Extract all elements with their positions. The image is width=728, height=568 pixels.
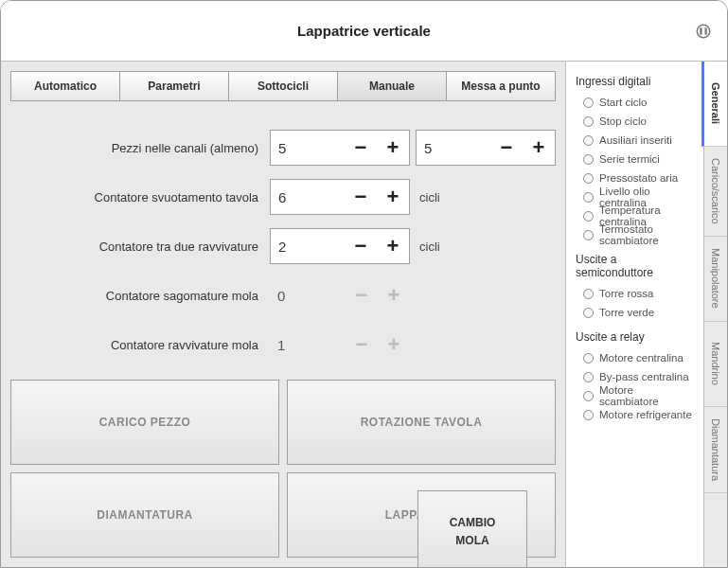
stepper-pezzi-canali-2: − + bbox=[416, 130, 556, 166]
stepper-pezzi-canali-1: − + bbox=[270, 130, 410, 166]
input-ravvivature[interactable] bbox=[271, 229, 326, 263]
io-item[interactable]: Torre rossa bbox=[583, 285, 696, 302]
param-row-ravvivature-mola: Contatore ravvivature mola − + bbox=[10, 327, 556, 363]
led-icon bbox=[583, 135, 594, 146]
io-item[interactable]: Motore refrigerante bbox=[583, 406, 696, 423]
io-group-title: Uscite a semiconduttore bbox=[576, 253, 696, 279]
plus-button[interactable]: + bbox=[377, 229, 409, 263]
io-item[interactable]: Stop ciclo bbox=[583, 113, 696, 130]
io-item[interactable]: Ausiliari inseriti bbox=[583, 132, 696, 149]
svg-rect-1 bbox=[700, 27, 701, 35]
vtab-diamantatura[interactable]: Diamantatura bbox=[704, 407, 727, 493]
tab-parametri[interactable]: Parametri bbox=[120, 72, 229, 100]
stepper-ravvivature-mola: − + bbox=[270, 327, 410, 363]
param-row-pezzi-canali: Pezzi nelle canali (almeno) − + − + bbox=[10, 130, 556, 166]
minus-button: − bbox=[346, 327, 378, 363]
io-item[interactable]: Start ciclo bbox=[583, 94, 696, 111]
vtab-mandrino[interactable]: Mandrino bbox=[704, 322, 727, 407]
io-item[interactable]: Serie termici bbox=[583, 151, 696, 168]
led-icon bbox=[583, 308, 594, 318]
minus-button[interactable]: − bbox=[345, 229, 377, 263]
top-tabbar: Automatico Parametri Sottocicli Manuale … bbox=[10, 71, 556, 101]
stepper-svuotamento: − + bbox=[270, 179, 410, 215]
plus-button[interactable]: + bbox=[377, 131, 409, 165]
led-icon bbox=[583, 116, 594, 127]
param-label: Contatore sagomature mola bbox=[10, 289, 264, 303]
io-group-relay-out: Uscite a relay Motore centralina By-pass… bbox=[574, 330, 696, 423]
io-item[interactable]: Torre verde bbox=[583, 304, 696, 321]
led-icon bbox=[583, 289, 594, 299]
svg-rect-2 bbox=[705, 27, 707, 35]
input-pezzi-canali-2[interactable] bbox=[417, 131, 471, 165]
svg-point-0 bbox=[697, 25, 710, 38]
unit-label: cicli bbox=[416, 240, 440, 254]
io-item[interactable]: Temperatura centralina bbox=[583, 207, 696, 224]
tab-sottocicli[interactable]: Sottocicli bbox=[229, 72, 338, 100]
content: Automatico Parametri Sottocicli Manuale … bbox=[1, 62, 727, 567]
plus-button[interactable]: + bbox=[377, 180, 409, 214]
app-window: Lappatrice verticale Automatico Parametr… bbox=[0, 0, 728, 568]
led-icon bbox=[583, 410, 594, 420]
param-label: Contatore svuotamento tavola bbox=[10, 190, 264, 204]
param-row-sagomature: Contatore sagomature mola − + bbox=[10, 277, 556, 313]
minus-button[interactable]: − bbox=[345, 180, 377, 214]
cambio-mola-button[interactable]: CAMBIO MOLA bbox=[417, 490, 527, 568]
param-row-svuotamento: Contatore svuotamento tavola − + cicli bbox=[10, 179, 556, 215]
titlebar: Lappatrice verticale bbox=[1, 1, 727, 62]
io-item[interactable]: Motore scambiatore bbox=[583, 387, 696, 404]
io-item[interactable]: Motore centralina bbox=[583, 349, 696, 366]
tab-automatico[interactable]: Automatico bbox=[11, 72, 120, 100]
parameter-block: Pezzi nelle canali (almeno) − + − + bbox=[10, 101, 556, 363]
value-ravvivature-mola bbox=[270, 327, 325, 363]
io-item[interactable]: Termostato scambiatore bbox=[583, 226, 696, 243]
vtab-generali[interactable]: Generali bbox=[701, 62, 727, 147]
led-icon bbox=[583, 154, 594, 165]
plus-button: + bbox=[378, 277, 410, 313]
param-label: Pezzi nelle canali (almeno) bbox=[10, 141, 264, 155]
io-group-semiconductor-out: Uscite a semiconduttore Torre rossa Torr… bbox=[574, 253, 696, 321]
io-panel: Ingressi digitali Start ciclo Stop ciclo… bbox=[565, 62, 703, 567]
io-group-title: Uscite a relay bbox=[576, 330, 696, 344]
minus-button[interactable]: − bbox=[490, 131, 523, 165]
plus-button: + bbox=[378, 327, 410, 363]
param-label: Contatore tra due ravvivature bbox=[10, 240, 264, 254]
tab-manuale[interactable]: Manuale bbox=[338, 72, 447, 100]
status-icon[interactable] bbox=[695, 23, 712, 40]
led-icon bbox=[583, 372, 594, 382]
vertical-tabstrip: Generali Carico/scarico Manipolatore Man… bbox=[703, 62, 727, 567]
io-item[interactable]: Livello olio centralina bbox=[583, 188, 696, 205]
page-title: Lappatrice verticale bbox=[297, 23, 431, 39]
io-item[interactable]: By-pass centralina bbox=[583, 368, 696, 385]
param-row-ravvivature: Contatore tra due ravvivature − + cicli bbox=[10, 228, 556, 264]
rotazione-tavola-button[interactable]: ROTAZIONE TAVOLA bbox=[287, 380, 556, 465]
vtab-manipolatore[interactable]: Manipolatore bbox=[704, 237, 727, 322]
minus-button: − bbox=[346, 277, 378, 313]
tab-messa-a-punto[interactable]: Messa a punto bbox=[447, 72, 555, 100]
stepper-sagomature: − + bbox=[270, 277, 410, 313]
diamantatura-button[interactable]: DIAMANTATURA bbox=[10, 472, 279, 558]
unit-label: cicli bbox=[416, 190, 440, 204]
led-icon bbox=[583, 211, 594, 222]
carico-pezzo-button[interactable]: CARICO PEZZO bbox=[10, 380, 279, 465]
value-sagomature bbox=[270, 277, 325, 313]
led-icon bbox=[583, 98, 594, 108]
input-svuotamento[interactable] bbox=[271, 180, 326, 214]
led-icon bbox=[583, 353, 594, 364]
led-icon bbox=[583, 192, 594, 203]
param-label: Contatore ravvivature mola bbox=[10, 338, 264, 352]
main-area: Automatico Parametri Sottocicli Manuale … bbox=[1, 62, 565, 567]
led-icon bbox=[583, 391, 594, 401]
minus-button[interactable]: − bbox=[345, 131, 377, 165]
io-group-digital-in: Ingressi digitali Start ciclo Stop ciclo… bbox=[574, 75, 696, 243]
stepper-ravvivature: − + bbox=[270, 228, 410, 264]
io-group-title: Ingressi digitali bbox=[576, 75, 696, 88]
plus-button[interactable]: + bbox=[523, 131, 555, 165]
io-item[interactable]: Pressostato aria bbox=[583, 169, 696, 186]
vtab-carico-scarico[interactable]: Carico/scarico bbox=[704, 147, 727, 237]
led-icon bbox=[583, 173, 594, 184]
led-icon bbox=[583, 230, 594, 240]
input-pezzi-canali-1[interactable] bbox=[271, 131, 326, 165]
